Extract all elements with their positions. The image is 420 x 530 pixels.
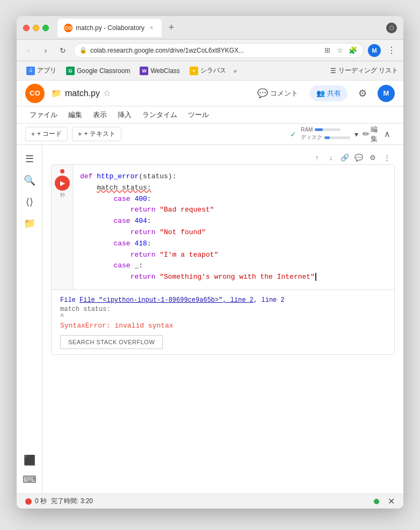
code-toolbar: + + コード + + テキスト ✓ RAM ディスク xyxy=(17,124,403,145)
disk-bar xyxy=(324,136,350,139)
address-bar[interactable]: 🔒 colab.research.google.com/drive/1wzCoL… xyxy=(74,43,364,58)
resource-bars: RAM ディスク xyxy=(301,127,350,141)
forward-button[interactable]: › xyxy=(39,44,52,57)
menu-file[interactable]: ファイル xyxy=(25,108,62,122)
edit-button[interactable]: ✏ 編集 xyxy=(363,127,378,142)
star-address-icon[interactable]: ☆ xyxy=(335,46,345,55)
user-avatar[interactable]: M xyxy=(378,85,395,102)
cell-inner: ▶ 秒 def http_error(status): match status… xyxy=(52,165,394,289)
collapse-button[interactable]: ∧ xyxy=(380,127,395,142)
bookmark-syllabus[interactable]: ● シラバス xyxy=(185,64,230,77)
move-down-button[interactable]: ↓ xyxy=(325,151,337,163)
extension-icon[interactable]: ⬡ xyxy=(386,23,397,33)
code-line-4: return "Bad request" xyxy=(80,205,388,216)
title-bar: CO match.py - Colaboratory × + ⬡ xyxy=(17,16,403,40)
webclass-favicon: W xyxy=(140,67,148,75)
menu-runtime[interactable]: ランタイム xyxy=(138,108,182,122)
colab-content: CO 📁 match.py ☆ 💬 コメント 👥 共有 ⚙ M xyxy=(17,81,403,509)
drive-icon: 📁 xyxy=(51,88,62,98)
cell-settings-button[interactable]: ⚙ xyxy=(367,151,379,163)
bookmark-webclass[interactable]: W WebClass xyxy=(135,64,184,77)
status-complete: 完了時間: 3:20 xyxy=(51,497,93,506)
favorite-button[interactable]: ☆ xyxy=(103,88,111,98)
code-line-6: return "Not found" xyxy=(80,227,388,238)
sidebar-bottom: ⬛ ⌨ xyxy=(20,451,39,489)
status-error-dot xyxy=(25,498,32,505)
resource-dropdown-icon[interactable]: ▾ xyxy=(354,130,358,139)
output-area: File File "<ipython-input-1-89699ce9a65b… xyxy=(52,289,394,354)
minimize-window-button[interactable] xyxy=(33,25,39,31)
output-caret: ^ xyxy=(60,313,386,321)
status-close-button[interactable]: ✕ xyxy=(388,496,395,506)
output-match-line: match status: xyxy=(60,306,386,313)
syllabus-label: シラバス xyxy=(200,66,226,75)
address-bar-row: ‹ › ↻ 🔒 colab.research.google.com/drive/… xyxy=(17,40,403,61)
menu-edit[interactable]: 編集 xyxy=(64,108,86,122)
tab-close-button[interactable]: × xyxy=(148,24,155,32)
browser-window: CO match.py - Colaboratory × + ⬡ ‹ › ↻ 🔒… xyxy=(17,16,403,509)
checkmark-icon: ✓ xyxy=(290,130,296,139)
disk-bar-fill xyxy=(324,136,330,139)
apps-label: アプリ xyxy=(37,66,56,75)
bookmarks-more-button[interactable]: » xyxy=(234,68,237,74)
code-line-5: case 404: xyxy=(80,216,388,227)
link-button[interactable]: 🔗 xyxy=(339,151,351,163)
more-options-button[interactable]: ⋮ xyxy=(385,44,398,57)
back-button[interactable]: ‹ xyxy=(22,44,35,57)
url-text: colab.research.google.com/drive/1wzCoL6x… xyxy=(90,47,319,54)
menu-tools[interactable]: ツール xyxy=(184,108,213,122)
sidebar-icon-search[interactable]: 🔍 xyxy=(20,171,39,190)
sidebar-icon-cmd[interactable]: ⌨ xyxy=(20,470,39,489)
active-tab[interactable]: CO match.py - Colaboratory × xyxy=(57,19,162,37)
colab-toolbar: CO 📁 match.py ☆ 💬 コメント 👥 共有 ⚙ M xyxy=(17,81,403,106)
bookmark-apps[interactable]: ⠿ アプリ xyxy=(22,64,61,77)
plus-text-icon: + xyxy=(78,130,82,138)
close-window-button[interactable] xyxy=(23,25,30,31)
code-line-8: return "I'm a teapot" xyxy=(80,250,388,261)
new-tab-button[interactable]: + xyxy=(164,20,179,35)
maximize-window-button[interactable] xyxy=(42,25,49,31)
run-cell-button[interactable]: ▶ xyxy=(55,176,70,191)
reload-button[interactable]: ↻ xyxy=(56,44,69,57)
puzzle-icon[interactable]: 🧩 xyxy=(348,46,358,55)
sidebar-icon-toc[interactable]: ☰ xyxy=(20,149,39,169)
tab-favicon: CO xyxy=(64,24,73,32)
more-cell-options-button[interactable]: ⋮ xyxy=(381,151,393,163)
add-text-button[interactable]: + + テキスト xyxy=(72,127,121,141)
menu-insert[interactable]: 挿入 xyxy=(113,108,136,122)
traffic-lights xyxy=(23,25,49,31)
code-editor[interactable]: def http_error(status): match status: ca… xyxy=(74,165,394,289)
ram-label: RAM xyxy=(301,127,313,133)
sidebar-icon-files[interactable]: 📁 xyxy=(20,214,39,233)
search-stack-overflow-button[interactable]: SEARCH STACK OVERFLOW xyxy=(60,335,163,349)
ram-bar xyxy=(315,128,341,131)
tab-bar: CO match.py - Colaboratory × + xyxy=(57,19,382,37)
edit-label: 編集 xyxy=(371,125,378,144)
menu-view[interactable]: 表示 xyxy=(89,108,111,122)
reading-list-button[interactable]: ☰ リーディング リスト xyxy=(330,66,398,75)
share-button[interactable]: 👥 共有 xyxy=(310,85,347,101)
error-dot xyxy=(60,169,64,173)
browser-controls-right: ⬡ xyxy=(386,23,397,33)
sidebar-icon-terminal[interactable]: ⬛ xyxy=(20,451,39,470)
add-code-button[interactable]: + + コード xyxy=(25,127,68,141)
grid-icon[interactable]: ⊞ xyxy=(322,46,332,55)
apps-favicon: ⠿ xyxy=(26,67,35,75)
status-time: 0 秒 xyxy=(35,497,47,506)
ram-bar-fill xyxy=(315,128,322,131)
menu-bar: ファイル 編集 表示 挿入 ランタイム ツール xyxy=(17,106,403,124)
bookmark-classroom[interactable]: G Google Classroom xyxy=(62,64,134,77)
code-cell: ▶ 秒 def http_error(status): match status… xyxy=(51,164,395,355)
colab-main: ☰ 🔍 ⟨⟩ 📁 ⬛ ⌨ ↑ ↓ 🔗 💬 xyxy=(17,145,403,493)
share-icon: 👥 xyxy=(316,89,325,97)
pencil-icon: ✏ xyxy=(363,129,370,139)
code-line-9: case _: xyxy=(80,260,388,272)
output-file-link[interactable]: File "<ipython-input-1-89699ce9a65b>", l… xyxy=(79,296,254,304)
sidebar-icon-code[interactable]: ⟨⟩ xyxy=(20,192,39,212)
plus-code-icon: + xyxy=(31,130,35,138)
comment-button[interactable]: 💬 コメント xyxy=(252,85,303,101)
move-up-button[interactable]: ↑ xyxy=(311,151,323,163)
comment-cell-button[interactable]: 💬 xyxy=(353,151,365,163)
settings-button[interactable]: ⚙ xyxy=(354,85,371,102)
profile-avatar[interactable]: M xyxy=(368,44,381,57)
